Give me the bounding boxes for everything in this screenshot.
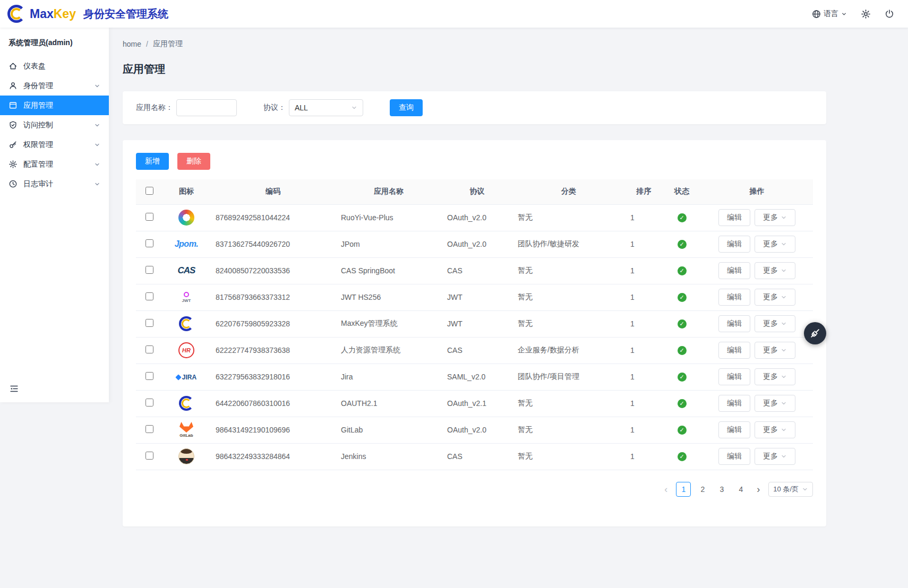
edit-button[interactable]: 编辑 — [718, 262, 750, 279]
row-checkbox[interactable] — [145, 425, 153, 433]
row-checkbox[interactable] — [145, 213, 153, 221]
row-checkbox[interactable] — [145, 399, 153, 407]
sidebar-item-label: 身份管理 — [23, 81, 53, 91]
app-protocol: CAS — [442, 443, 512, 470]
app-name: Jira — [336, 364, 442, 390]
delete-button[interactable]: 删除 — [177, 153, 210, 170]
more-button[interactable]: 更多 — [755, 289, 795, 306]
row-checkbox[interactable] — [145, 266, 153, 274]
app-code: 876892492581044224 — [210, 204, 336, 231]
app-code: 837136275440926720 — [210, 231, 336, 257]
app-protocol: OAuth_v2.1 — [442, 390, 512, 417]
page-size-select[interactable]: 10 条/页 — [768, 482, 813, 497]
row-checkbox[interactable] — [145, 239, 153, 247]
logout-icon — [885, 9, 894, 19]
maxkey-logo-icon — [7, 5, 25, 23]
next-page-button[interactable]: › — [752, 485, 764, 494]
settings-drawer-handle[interactable] — [804, 322, 826, 344]
edit-button[interactable]: 编辑 — [718, 395, 750, 412]
sidebar-item-identity[interactable]: 身份管理 — [0, 76, 109, 96]
column-header: 协议 — [442, 179, 512, 204]
app-sort: 1 — [625, 284, 663, 310]
page-3-button[interactable]: 3 — [714, 482, 729, 497]
jwt-logo: JWT — [182, 292, 191, 301]
chevron-down-icon — [781, 347, 787, 353]
app-name: CAS SpringBoot — [336, 257, 442, 284]
page-1-button[interactable]: 1 — [676, 482, 691, 497]
table-row: JWT817568793663373312JWT HS256JWT暂无1✓编辑更… — [136, 284, 813, 310]
prev-page-button[interactable]: ‹ — [660, 485, 672, 494]
page-4-button[interactable]: 4 — [733, 482, 748, 497]
collapse-sidebar-button[interactable] — [0, 377, 109, 402]
jira-logo: JIRA — [176, 373, 196, 381]
sidebar-item-audit[interactable]: 日志审计 — [0, 174, 109, 194]
table-head-row: 图标编码应用名称协议分类排序状态操作 — [136, 179, 813, 204]
table-row: HR622227747938373638人力资源管理系统CAS企业服务/数据分析… — [136, 337, 813, 364]
edit-button[interactable]: 编辑 — [718, 448, 750, 465]
more-button[interactable]: 更多 — [755, 262, 795, 279]
row-checkbox[interactable] — [145, 292, 153, 300]
ruoyi-logo — [178, 213, 194, 221]
page-size-value: 10 条/页 — [773, 485, 799, 494]
app-sort: 1 — [625, 417, 663, 443]
app-protocol: CAS — [442, 257, 512, 284]
app-protocol: OAuth_v2.0 — [442, 417, 512, 443]
user-icon — [8, 81, 18, 90]
sidebar-item-permission[interactable]: 权限管理 — [0, 135, 109, 154]
logout-button[interactable] — [885, 9, 894, 19]
sidebar-item-access[interactable]: 访问控制 — [0, 115, 109, 135]
sidebar-item-apps[interactable]: 应用管理 — [0, 96, 109, 115]
app-name-input[interactable] — [176, 99, 237, 116]
chevron-down-icon — [781, 214, 787, 221]
home-icon — [8, 62, 18, 71]
status-active-icon: ✓ — [678, 399, 687, 408]
more-button[interactable]: 更多 — [755, 368, 795, 385]
edit-button[interactable]: 编辑 — [718, 342, 750, 359]
app-code: 986431492190109696 — [210, 417, 336, 443]
sidebar-item-label: 权限管理 — [23, 140, 53, 150]
edit-button[interactable]: 编辑 — [718, 315, 750, 332]
column-header: 状态 — [663, 179, 701, 204]
shield-icon — [8, 120, 18, 129]
more-button[interactable]: 更多 — [755, 236, 795, 253]
more-button[interactable]: 更多 — [755, 395, 795, 412]
more-button[interactable]: 更多 — [755, 448, 795, 465]
edit-button[interactable]: 编辑 — [718, 236, 750, 253]
select-all-checkbox[interactable] — [145, 187, 153, 195]
edit-button[interactable]: 编辑 — [718, 368, 750, 385]
row-checkbox[interactable] — [145, 345, 153, 353]
globe-icon — [812, 10, 821, 19]
add-button[interactable]: 新增 — [136, 153, 169, 170]
more-button[interactable]: 更多 — [755, 421, 795, 438]
edit-button[interactable]: 编辑 — [718, 209, 750, 226]
breadcrumb-home[interactable]: home — [123, 40, 141, 48]
search-button[interactable]: 查询 — [390, 99, 423, 116]
column-header: 编码 — [210, 179, 336, 204]
sidebar-item-dashboard[interactable]: 仪表盘 — [0, 56, 109, 76]
language-switcher[interactable]: 语言 — [812, 9, 847, 19]
app-icon — [8, 101, 18, 110]
more-button[interactable]: 更多 — [755, 342, 795, 359]
more-button[interactable]: 更多 — [755, 315, 795, 332]
page-2-button[interactable]: 2 — [695, 482, 710, 497]
protocol-select[interactable]: ALL — [289, 99, 363, 116]
more-button[interactable]: 更多 — [755, 209, 795, 226]
column-header: 应用名称 — [336, 179, 442, 204]
settings-button[interactable] — [861, 9, 871, 19]
row-checkbox[interactable] — [145, 452, 153, 460]
protocol-selected-value: ALL — [295, 103, 308, 112]
chevron-down-icon — [781, 427, 787, 433]
cas-logo: CAS — [178, 266, 195, 274]
table-row: Jpom.837136275440926720JPomOAuth_v2.0团队协… — [136, 231, 813, 257]
sidebar-item-config[interactable]: 配置管理 — [0, 154, 109, 174]
row-checkbox[interactable] — [145, 372, 153, 380]
app-name: Jenkins — [336, 443, 442, 470]
column-header: 图标 — [162, 179, 210, 204]
breadcrumb: home / 应用管理 — [123, 39, 826, 49]
edit-button[interactable]: 编辑 — [718, 289, 750, 306]
brand: MaxKey 身份安全管理系统 — [7, 5, 168, 23]
row-checkbox[interactable] — [145, 319, 153, 327]
brand-key: Key — [54, 7, 76, 21]
edit-button[interactable]: 编辑 — [718, 421, 750, 438]
current-user: 系统管理员(admin) — [0, 28, 109, 56]
